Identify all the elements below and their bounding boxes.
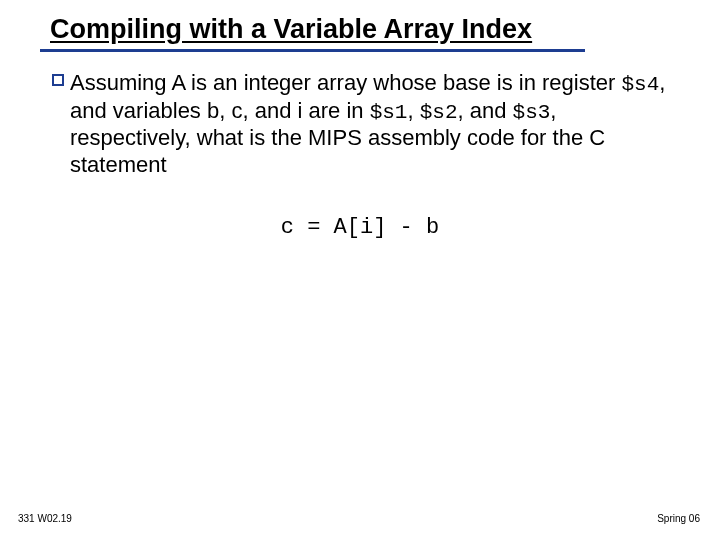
register-s1: $s1: [370, 101, 408, 124]
body-text-4: , and: [457, 98, 512, 123]
body-paragraph: Assuming A is an integer array whose bas…: [70, 70, 670, 179]
footer-left: 331 W02.19: [18, 513, 72, 524]
register-s4: $s4: [622, 73, 660, 96]
square-bullet-icon: [52, 74, 64, 86]
slide: Compiling with a Variable Array Index As…: [0, 0, 720, 540]
register-s2: $s2: [420, 101, 458, 124]
slide-title-underline: Compiling with a Variable Array Index: [50, 14, 532, 45]
body-text-3: ,: [407, 98, 419, 123]
slide-title: Compiling with a Variable Array Index: [50, 14, 532, 44]
register-s3: $s3: [513, 101, 551, 124]
footer-right: Spring 06: [657, 513, 700, 524]
body-text-1: Assuming A is an integer array whose bas…: [70, 70, 622, 95]
title-divider: [40, 49, 585, 52]
code-statement: c = A[i] - b: [0, 215, 720, 240]
